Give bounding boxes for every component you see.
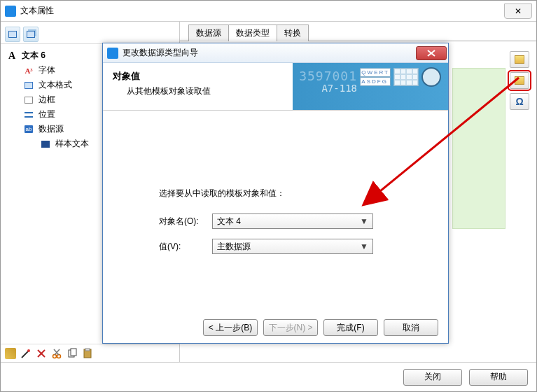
side-icon-omega[interactable]: Ω <box>510 93 529 110</box>
cut-icon[interactable] <box>51 348 62 359</box>
delete-icon[interactable] <box>36 348 47 359</box>
tab-datasource[interactable]: 数据源 <box>188 24 229 41</box>
combo-value: 文本 4 <box>217 216 241 227</box>
chevron-down-icon: ▼ <box>358 216 370 226</box>
back-button[interactable]: < 上一步(B) <box>203 319 258 336</box>
tab-label: 数据类型 <box>236 28 270 38</box>
dialog-close-button[interactable] <box>416 46 447 60</box>
wand2-icon[interactable] <box>20 348 32 359</box>
grid-icon <box>393 68 419 86</box>
window-title: 文本属性 <box>20 5 54 17</box>
dialog-banner: 对象值 从其他模板对象读取值 3597001 A7-118 QWERT ASDF… <box>103 63 448 111</box>
svg-point-4 <box>53 354 57 358</box>
bottom-toolbar <box>1 344 180 362</box>
banner-decoration-number: 3597001 <box>299 69 357 83</box>
sample-icon <box>40 139 51 149</box>
svg-line-0 <box>22 351 29 358</box>
wizard-icon <box>515 55 524 64</box>
svg-point-5 <box>57 354 61 358</box>
titlebar: 文本属性 ✕ <box>1 1 536 22</box>
toolbar-btn-2[interactable] <box>23 27 39 42</box>
datasource-icon: ab <box>23 125 34 134</box>
main-window: 文本属性 ✕ A 文本 6 A³ 字体 文本 <box>0 0 537 392</box>
chevron-down-icon: ▼ <box>358 241 370 251</box>
row-value: 值(V): 主数据源 ▼ <box>159 239 427 254</box>
keyboard-icon: ASDFG <box>360 77 391 86</box>
preview-strip <box>452 68 505 229</box>
finish-button[interactable]: 完成(F) <box>323 319 378 336</box>
object-combo[interactable]: 文本 4 ▼ <box>212 214 373 229</box>
tree-root-label: 文本 6 <box>22 50 46 62</box>
value-label: 值(V): <box>159 241 204 253</box>
dialog-body: 选择要从中读取的模板对象和值： 对象名(O): 文本 4 ▼ 值(V): 主数据… <box>103 111 448 271</box>
combo-value: 主数据源 <box>217 241 251 253</box>
svg-rect-9 <box>71 349 76 356</box>
footer: 关闭 帮助 <box>1 362 536 391</box>
border-icon <box>23 95 34 105</box>
tab-label: 转换 <box>284 28 301 38</box>
position-icon <box>23 110 34 120</box>
close-icon: ✕ <box>515 6 522 16</box>
tabs: 数据源 数据类型 转换 <box>180 24 536 41</box>
wizard-dialog: 更改数据源类型向导 对象值 从其他模板对象读取值 3597001 A7-118 … <box>102 43 449 344</box>
wand-icon[interactable] <box>5 348 16 359</box>
tab-label: 数据源 <box>196 28 221 38</box>
svg-rect-11 <box>85 349 90 351</box>
copy-icon[interactable] <box>67 348 78 359</box>
side-icon-2[interactable] <box>510 72 529 89</box>
textformat-icon <box>23 80 34 90</box>
row-object: 对象名(O): 文本 4 ▼ <box>159 214 427 229</box>
cancel-button[interactable]: 取消 <box>384 319 438 336</box>
value-combo[interactable]: 主数据源 ▼ <box>212 239 373 254</box>
tab-datatype[interactable]: 数据类型 <box>228 24 277 41</box>
paste-icon[interactable] <box>82 348 93 359</box>
toolbar-btn-1[interactable] <box>5 27 20 42</box>
db-icon <box>8 31 17 38</box>
banner-decoration-a7: A7-118 <box>321 83 357 94</box>
side-icon-1[interactable] <box>510 51 529 68</box>
tree-item-label: 数据源 <box>39 123 64 135</box>
app-icon <box>107 48 118 59</box>
window-close-button[interactable]: ✕ <box>504 4 532 19</box>
tree-item-label: 字体 <box>39 64 55 76</box>
dialog-title: 更改数据源类型向导 <box>123 47 198 59</box>
dialog-footer: < 上一步(B) 下一步(N) > 完成(F) 取消 <box>203 319 438 336</box>
close-button[interactable]: 关闭 <box>403 369 462 386</box>
close-icon <box>427 50 435 57</box>
app-icon <box>5 6 16 17</box>
help-button[interactable]: 帮助 <box>469 369 528 386</box>
tree-item-label: 文本格式 <box>39 79 72 91</box>
instruction-text: 选择要从中读取的模板对象和值： <box>159 188 427 200</box>
db-multi-icon <box>27 31 35 38</box>
omega-icon: Ω <box>515 96 523 107</box>
svg-point-1 <box>27 349 30 352</box>
text-icon: A <box>6 51 18 61</box>
next-button: 下一步(N) > <box>263 319 318 336</box>
side-icons: Ω <box>510 51 529 110</box>
tree-item-label: 边框 <box>39 94 55 106</box>
font-icon: A³ <box>23 66 34 76</box>
left-toolbar <box>1 24 179 44</box>
clock-icon <box>421 67 441 87</box>
wizard-icon <box>515 76 524 85</box>
banner-decoration: QWERT ASDFG <box>360 67 441 87</box>
object-label: 对象名(O): <box>159 216 204 227</box>
keyboard-icon: QWERT <box>360 68 391 77</box>
dialog-titlebar: 更改数据源类型向导 <box>103 43 448 63</box>
tree-item-label: 样本文本 <box>55 138 89 150</box>
tab-transform[interactable]: 转换 <box>277 24 309 41</box>
tree-item-label: 位置 <box>39 108 55 120</box>
